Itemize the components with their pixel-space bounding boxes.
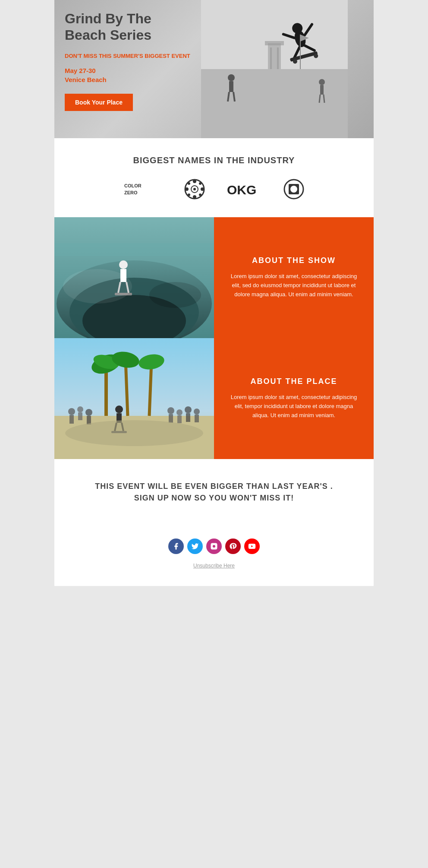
hero-skater-image (201, 0, 348, 138)
svg-rect-77 (195, 415, 199, 422)
svg-point-83 (65, 420, 203, 446)
unsubscribe-link[interactable]: Unsubscribe Here (63, 563, 365, 569)
svg-point-74 (185, 406, 192, 413)
svg-point-78 (115, 405, 123, 413)
footer: Unsubscribe Here (54, 526, 374, 586)
svg-line-60 (126, 360, 128, 416)
svg-point-36 (199, 193, 201, 196)
about-show-heading: ABOUT THE SHOW (252, 256, 336, 265)
svg-point-66 (77, 406, 83, 412)
svg-point-31 (193, 180, 196, 183)
svg-rect-65 (69, 415, 74, 424)
beach-image (54, 338, 214, 459)
book-your-place-button[interactable]: Book Your Place (65, 94, 133, 111)
svg-point-16 (228, 74, 235, 81)
svg-point-35 (188, 182, 190, 185)
sponsor-square-circle (283, 178, 305, 200)
svg-point-33 (185, 187, 189, 191)
about-place-heading: ABOUT THE PLACE (251, 377, 337, 386)
about-show-text: ABOUT THE SHOW Lorem ipsum dolor sit ame… (214, 217, 374, 338)
svg-line-23 (324, 95, 324, 103)
hero-subtitle: DON'T MISS THIS SUMMER'S BIGGEST EVENT (65, 52, 190, 60)
svg-point-30 (193, 188, 196, 190)
svg-point-64 (68, 408, 75, 415)
svg-point-68 (85, 409, 92, 416)
instagram-icon[interactable] (206, 539, 222, 554)
cta-banner-text: THIS EVENT WILL BE EVEN BIGGER THAN LAST… (72, 481, 356, 504)
svg-point-54 (149, 282, 201, 308)
email-wrapper: Grind By The Beach Series DON'T MISS THI… (54, 0, 374, 586)
sponsor-filmreel (184, 178, 205, 200)
sponsors-section: BIGGEST NAMES IN THE INDUSTRY COLOR ZERO (54, 138, 374, 217)
about-place-body: Lorem ipsum dolor sit amet, consectetur … (227, 393, 361, 420)
hero-section: Grind By The Beach Series DON'T MISS THI… (54, 0, 374, 138)
hero-location: Venice Beach (65, 76, 190, 83)
svg-rect-67 (78, 412, 82, 420)
svg-rect-5 (270, 48, 272, 69)
svg-rect-73 (177, 415, 182, 423)
skatepark-image (54, 217, 214, 338)
hero-title: Grind By The Beach Series (65, 10, 190, 44)
sponsor-color-zero: COLOR ZERO (123, 181, 162, 198)
svg-rect-4 (265, 41, 284, 45)
svg-rect-3 (268, 43, 281, 69)
svg-point-37 (188, 193, 190, 196)
about-place-text: ABOUT THE PLACE Lorem ipsum dolor sit am… (214, 338, 374, 459)
pinterest-icon[interactable] (225, 539, 241, 554)
hero-date: May 27-30 (65, 67, 190, 74)
svg-line-22 (319, 95, 320, 103)
svg-point-20 (319, 79, 325, 85)
sponsors-title: BIGGEST NAMES IN THE INDUSTRY (63, 155, 365, 165)
hero-content: Grind By The Beach Series DON'T MISS THI… (65, 10, 190, 111)
svg-text:ZERO: ZERO (124, 190, 138, 195)
youtube-icon[interactable] (244, 539, 260, 554)
svg-text:COLOR: COLOR (124, 183, 142, 188)
svg-point-76 (194, 409, 200, 415)
about-show-body: Lorem ipsum dolor sit amet, consectetur … (227, 272, 361, 299)
about-grid: ABOUT THE SHOW Lorem ipsum dolor sit ame… (54, 217, 374, 459)
svg-rect-17 (229, 81, 233, 92)
facebook-icon[interactable] (168, 539, 184, 554)
svg-point-72 (176, 409, 183, 415)
svg-rect-21 (320, 85, 324, 95)
svg-rect-47 (54, 243, 214, 256)
svg-text:OKG: OKG (227, 183, 256, 197)
svg-rect-6 (277, 48, 279, 69)
svg-rect-2 (201, 69, 348, 138)
svg-rect-75 (186, 413, 190, 422)
svg-point-32 (193, 195, 196, 199)
social-icons (63, 539, 365, 554)
svg-point-70 (167, 407, 174, 414)
svg-point-48 (119, 260, 128, 269)
svg-point-42 (290, 186, 297, 193)
svg-point-34 (201, 187, 204, 191)
cta-banner: THIS EVENT WILL BE EVEN BIGGER THAN LAST… (54, 459, 374, 526)
svg-point-38 (199, 182, 201, 185)
svg-line-62 (149, 362, 151, 416)
svg-point-53 (63, 269, 132, 304)
sponsors-logos: COLOR ZERO (63, 178, 365, 200)
svg-rect-71 (169, 414, 173, 423)
sponsor-okg: OKG (227, 181, 261, 198)
twitter-icon[interactable] (187, 539, 203, 554)
